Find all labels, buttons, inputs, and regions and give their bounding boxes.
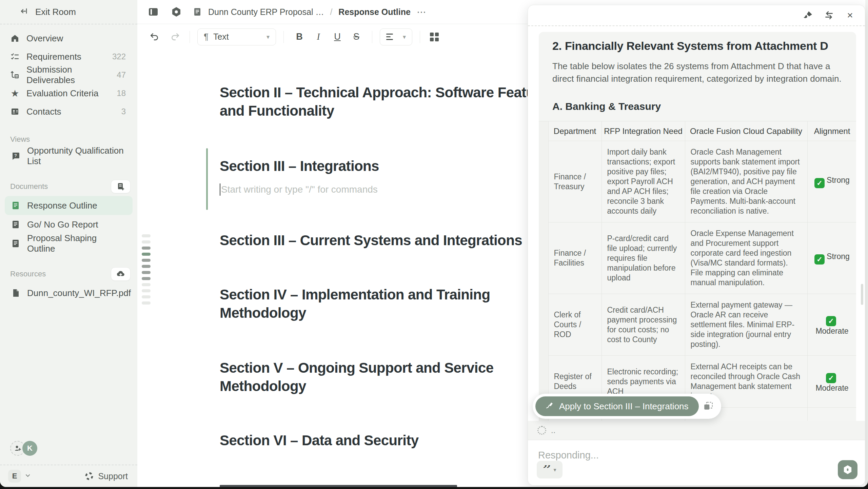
support-label: Support: [98, 471, 128, 481]
editor-placeholder-line[interactable]: Start writing or type "/" for commands: [220, 183, 566, 196]
assistant-message-scroll[interactable]: 2. Financially Relevant Systems from Att…: [528, 26, 865, 421]
views-section-label: Views: [10, 135, 137, 144]
document-icon: [11, 239, 20, 248]
breadcrumb-current[interactable]: Response Outline: [338, 7, 411, 17]
apply-to-section-button[interactable]: Apply to Section III – Integrations: [535, 396, 699, 416]
sidebar-toggle-icon[interactable]: [146, 5, 160, 19]
brush-icon[interactable]: [801, 8, 815, 22]
chevron-down-icon: ▾: [403, 33, 406, 41]
document-item-go-no-go-report[interactable]: Go/ No Go Report: [5, 215, 133, 234]
breadcrumb-separator: /: [330, 7, 332, 17]
exit-arrow-icon: [19, 7, 28, 17]
send-button[interactable]: [838, 460, 857, 479]
sidebar: Exit Room Overview Requirements 322 Subm…: [0, 0, 137, 487]
section-heading[interactable]: Section IV – Implementation and Training…: [220, 286, 566, 322]
alignment-dropdown[interactable]: ▾: [380, 28, 412, 45]
sidebar-item-contacts[interactable]: Contacts 3: [10, 102, 126, 121]
avatar[interactable]: K: [22, 441, 37, 456]
section-heading[interactable]: Section II – Technical Approach: Softwar…: [220, 83, 566, 120]
section-heading[interactable]: Section V – Ongoing Support and Service …: [220, 359, 566, 395]
star-icon: ★: [10, 89, 20, 98]
swap-panel-icon[interactable]: [822, 8, 836, 22]
section-heading[interactable]: Section III – Integrations: [220, 157, 566, 175]
block-format-value: Text: [213, 32, 229, 42]
count-badge: 322: [112, 52, 126, 61]
apply-pen-icon: [546, 401, 554, 412]
chevron-down-icon: ▾: [553, 467, 556, 473]
section-heading[interactable]: Section VI – Data and Security: [220, 431, 566, 450]
count-badge: 18: [117, 89, 126, 98]
document-icon: [11, 201, 20, 210]
composer-placeholder[interactable]: Responding...: [538, 450, 855, 461]
document-item-label: Response Outline: [27, 200, 97, 211]
contact-card-icon: [10, 107, 20, 116]
upload-resource-button[interactable]: [111, 267, 131, 281]
block-format-dropdown[interactable]: ¶ Text ▾: [197, 28, 276, 45]
cell-capability: External payment gateway — Oracle AR can…: [685, 294, 807, 356]
view-item-opportunity-qualification-list[interactable]: ? Opportunity Qualification List: [5, 146, 133, 165]
deliverables-icon: [10, 70, 20, 80]
cell-capability: Oracle Expense Management and Procuremen…: [685, 222, 807, 294]
message-intro: The table below isolates the 26 systems …: [552, 60, 843, 85]
app-window: Exit Room Overview Requirements 322 Subm…: [0, 0, 868, 487]
add-document-button[interactable]: [111, 180, 131, 193]
close-icon[interactable]: ×: [843, 8, 857, 22]
sidebar-item-submission-deliverables[interactable]: Submission Deliverables 47: [10, 66, 126, 84]
sidebar-item-label: Submission Deliverables: [26, 64, 110, 85]
active-section: Section III – Integrations Start writing…: [220, 157, 566, 196]
documents-list: Response Outline Go/ No Go Report Propos…: [0, 196, 137, 253]
sidebar-footer: E Support: [0, 465, 137, 487]
sidebar-item-requirements[interactable]: Requirements 322: [10, 47, 126, 66]
documents-section-label: Documents: [10, 182, 48, 191]
redo-icon[interactable]: [169, 30, 182, 44]
chevron-down-icon[interactable]: [25, 473, 31, 480]
resources-list: Dunn_county_WI_RFP.pdf: [0, 283, 137, 302]
sidebar-item-evaluation-criteria[interactable]: ★ Evaluation Criteria 18: [10, 84, 126, 102]
section-heading[interactable]: Section III – Current Systems and Integr…: [220, 231, 566, 250]
cell-alignment: Moderate: [815, 384, 848, 392]
resource-item-rfp-pdf[interactable]: Dunn_county_WI_RFP.pdf: [5, 283, 133, 302]
message-title: 2. Financially Relevant Systems from Att…: [552, 39, 843, 53]
assistant-composer[interactable]: Responding... ” ▾: [528, 440, 865, 485]
align-lines-icon: [386, 34, 393, 40]
table-row: Finance / Facilities P-card/credit card …: [539, 222, 856, 294]
table-row: Finance / Treasury Import daily bank tra…: [539, 141, 856, 222]
cell-need: Import daily bank transactions; export p…: [601, 141, 685, 222]
bold-button[interactable]: B: [291, 30, 308, 44]
cell-need: P-card/credit card file upload; currentl…: [601, 222, 685, 294]
clipped-heading-sliver: [220, 485, 457, 487]
check-icon: ✓: [814, 178, 825, 188]
underline-button[interactable]: U: [329, 30, 346, 44]
sidebar-item-overview[interactable]: Overview: [10, 29, 126, 47]
check-icon: ✓: [826, 316, 836, 326]
apply-button-label: Apply to Section III – Integrations: [559, 401, 689, 412]
italic-button[interactable]: I: [310, 30, 327, 44]
paragraph-icon: ¶: [204, 32, 209, 42]
workspace-chip[interactable]: E: [8, 470, 21, 483]
blocks-grid-icon[interactable]: [428, 30, 441, 44]
more-menu-icon[interactable]: ⋯: [417, 6, 427, 18]
count-badge: 47: [117, 70, 126, 80]
cell-alignment: Strong: [827, 176, 850, 184]
strikethrough-button[interactable]: S: [348, 30, 364, 44]
app-logo-icon[interactable]: [170, 5, 183, 19]
copy-icon[interactable]: [701, 399, 716, 414]
life-ring-icon: [84, 471, 94, 481]
resources-section-label: Resources: [10, 270, 46, 278]
quote-icon: ”: [543, 465, 551, 474]
checklist-icon: [10, 52, 20, 61]
cell-department: Finance / Treasury: [548, 141, 601, 222]
assistant-panel: × 2. Financially Relevant Systems from A…: [528, 5, 865, 486]
message-subsection: A. Banking & Treasury: [552, 101, 843, 112]
undo-icon[interactable]: [147, 30, 161, 44]
placeholder-text: Start writing or type "/" for commands: [221, 184, 378, 195]
breadcrumb-parent[interactable]: Dunn County ERP Proposal …: [208, 7, 324, 17]
exit-room-button[interactable]: Exit Room: [0, 0, 137, 24]
support-button[interactable]: Support: [84, 471, 128, 481]
document-item-response-outline[interactable]: Response Outline: [5, 196, 133, 215]
quote-style-dropdown[interactable]: ” ▾: [537, 461, 563, 478]
outline-minimap[interactable]: [142, 234, 151, 305]
cell-department: Finance / Facilities: [548, 222, 601, 294]
document-item-proposal-shaping-outline[interactable]: Proposal Shaping Outline: [5, 234, 133, 253]
panel-scrollbar-thumb[interactable]: [861, 284, 863, 305]
